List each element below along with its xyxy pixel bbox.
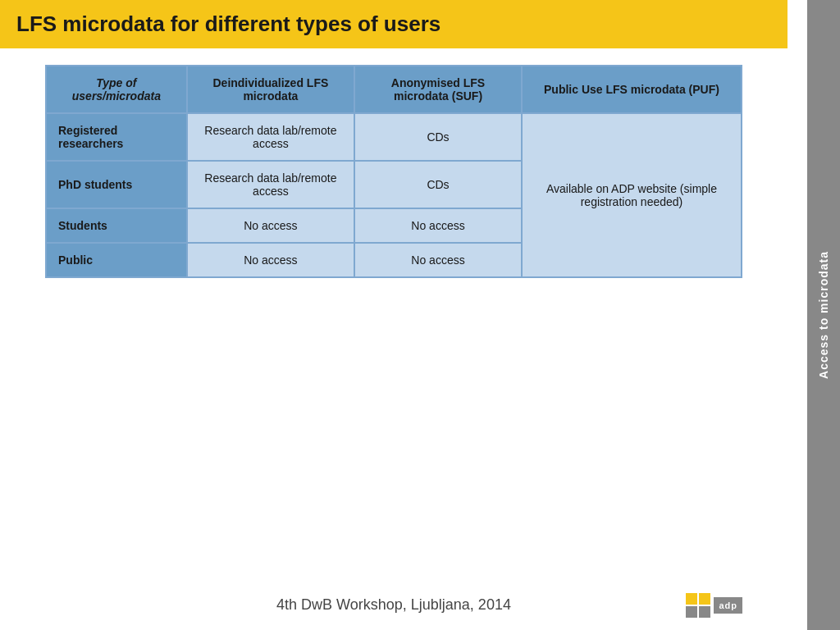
logo-square-2 [699, 593, 710, 605]
logo-square-3 [686, 606, 697, 618]
title-bar: LFS microdata for different types of use… [0, 0, 788, 48]
side-tab-text: Access to microdata [817, 251, 830, 379]
page-title: LFS microdata for different types of use… [16, 11, 771, 37]
logo-square-1 [686, 593, 697, 605]
user-type-students: Students [46, 208, 187, 243]
user-type-public: Public [46, 243, 187, 277]
col-header-suf: Anonymised LFS microdata (SUF) [354, 66, 522, 113]
side-tab: Access to microdata [807, 0, 840, 630]
col-header-type: Type of users/microdata [46, 66, 187, 113]
table-row: Registered researchers Research data lab… [46, 113, 742, 161]
logo-squares [686, 593, 710, 618]
logo-adp-text: adp [714, 597, 742, 614]
logo-area: adp [686, 593, 742, 618]
deind-students: No access [187, 208, 354, 243]
table-wrapper: Type of users/microdata Deindividualized… [0, 65, 788, 278]
user-type-phd: PhD students [46, 161, 187, 208]
user-type-registered: Registered researchers [46, 113, 187, 161]
suf-registered: CDs [354, 113, 522, 161]
footer-text: 4th DwB Workshop, Ljubljana, 2014 [276, 596, 511, 613]
table-header-row: Type of users/microdata Deindividualized… [46, 66, 742, 113]
deind-registered: Research data lab/remote access [187, 113, 354, 161]
col-header-deind: Deindividualized LFS microdata [187, 66, 354, 113]
suf-public: No access [354, 243, 522, 277]
deind-phd: Research data lab/remote access [187, 161, 354, 208]
col-header-puf: Public Use LFS microdata (PUF) [522, 66, 742, 113]
microdata-table: Type of users/microdata Deindividualized… [45, 65, 742, 278]
deind-public: No access [187, 243, 354, 277]
footer: 4th DwB Workshop, Ljubljana, 2014 [0, 596, 788, 614]
puf-combined: Available on ADP website (simple registr… [522, 113, 742, 277]
suf-students: No access [354, 208, 522, 243]
suf-phd: CDs [354, 161, 522, 208]
logo-square-4 [699, 606, 710, 618]
